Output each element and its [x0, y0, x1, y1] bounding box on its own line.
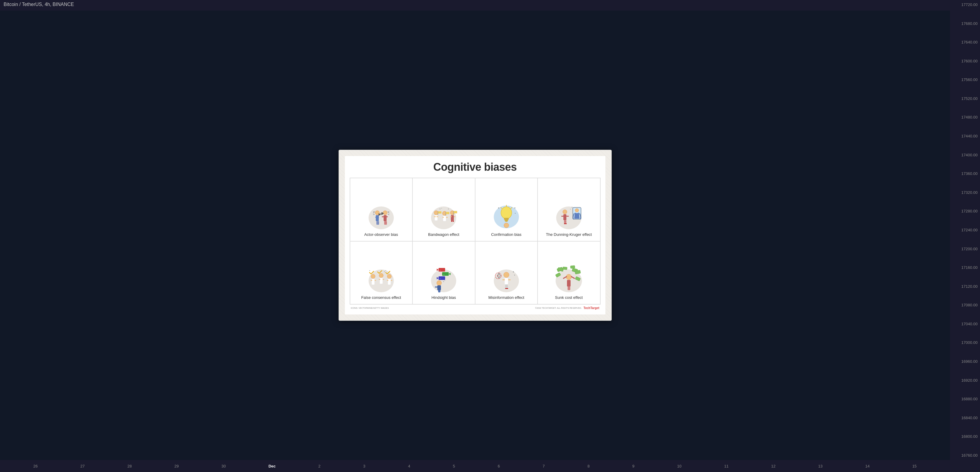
time-label: 11	[724, 464, 729, 469]
svg-rect-108	[503, 280, 505, 280]
infographic-container: Cognitive biases	[339, 150, 612, 321]
bias-card-confirmation: ✦ ✦ ✦ Confirmation bias	[475, 178, 538, 241]
time-label: 10	[677, 464, 681, 469]
svg-rect-69	[565, 223, 567, 224]
illustration-false-consensus: ✦ ✦ ✦	[365, 264, 398, 293]
svg-rect-125	[563, 267, 567, 270]
price-label: 17280.00	[952, 209, 978, 213]
svg-rect-128	[567, 280, 571, 286]
svg-rect-80	[379, 279, 380, 280]
svg-rect-49	[505, 221, 508, 222]
svg-text:×: ×	[497, 274, 499, 278]
price-label: 17160.00	[952, 265, 978, 270]
price-label: 16920.00	[952, 378, 978, 383]
footer-logo: TechTarget	[584, 307, 599, 310]
bias-label-dunning-kruger: The Dunning-Kruger effect	[546, 232, 592, 237]
illustration-actor-observer	[365, 201, 398, 230]
time-label: 3	[363, 464, 365, 469]
price-label: 17680.00	[952, 21, 978, 26]
price-label: 17560.00	[952, 78, 978, 82]
svg-rect-132	[569, 286, 570, 290]
chart-title: Bitcoin / TetherUS, 4h, BINANCE	[3, 2, 74, 7]
svg-point-56	[504, 223, 509, 228]
svg-rect-26	[438, 211, 442, 214]
svg-rect-23	[434, 215, 438, 221]
footer-credit-right: ©2022 TECHTARGET. ALL RIGHTS RESERVED.	[535, 307, 582, 309]
price-label: 16880.00	[952, 397, 978, 401]
price-label: 17480.00	[952, 115, 978, 119]
svg-rect-25	[436, 216, 438, 217]
svg-rect-75	[371, 280, 372, 281]
footer-credit-left: ICONS: VECTORMINE/GETTY IMAGES	[351, 307, 389, 309]
svg-rect-42	[453, 211, 457, 213]
time-label: 8	[587, 464, 590, 469]
svg-text:✦: ✦	[514, 207, 516, 210]
price-label: 16840.00	[952, 416, 978, 420]
illustration-confirmation: ✦ ✦ ✦	[490, 201, 523, 230]
svg-text:✦: ✦	[369, 270, 371, 272]
svg-rect-9	[382, 216, 384, 217]
svg-text:✦: ✦	[385, 269, 386, 271]
infographic-footer: ICONS: VECTORMINE/GETTY IMAGES ©2022 TEC…	[350, 307, 601, 310]
svg-rect-48	[504, 220, 508, 221]
svg-rect-113	[506, 288, 508, 289]
svg-rect-81	[383, 279, 384, 280]
time-label: 29	[174, 464, 178, 469]
time-label: 9	[632, 464, 635, 469]
price-axis: 17720.0017680.0017640.0017600.0017560.00…	[950, 0, 980, 460]
price-label: 17440.00	[952, 134, 978, 138]
price-label: 17000.00	[952, 340, 978, 345]
svg-rect-86	[387, 280, 388, 281]
svg-rect-47	[504, 218, 509, 220]
header: Bitcoin / TetherUS, 4h, BINANCE	[0, 0, 980, 9]
illustration-sunk-cost	[552, 264, 585, 293]
svg-rect-85	[388, 279, 391, 285]
price-label: 17640.00	[952, 40, 978, 44]
svg-rect-109	[508, 280, 511, 280]
svg-point-0	[369, 207, 394, 229]
chart-area: Cognitive biases	[0, 11, 950, 460]
bias-label-confirmation: Confirmation bias	[491, 232, 521, 237]
svg-rect-107	[504, 278, 508, 284]
svg-point-78	[379, 273, 383, 278]
bias-card-hindsight: ← → ←	[412, 241, 475, 305]
svg-text:✦: ✦	[514, 213, 516, 214]
svg-rect-66	[564, 220, 565, 223]
price-label: 16800.00	[952, 434, 978, 439]
price-label: 16960.00	[952, 359, 978, 364]
svg-rect-41	[453, 221, 454, 222]
svg-rect-31	[443, 216, 446, 221]
time-label: Dec	[268, 464, 275, 469]
svg-text:→: →	[443, 273, 445, 275]
svg-rect-111	[506, 284, 508, 288]
bias-label-sunk-cost: Sunk cost effect	[555, 295, 582, 300]
illustration-bandwagon: ✦ ✦	[427, 201, 460, 230]
svg-rect-6	[378, 221, 379, 225]
svg-rect-100	[435, 286, 438, 288]
illustration-dunning-kruger: ✦ ✦	[552, 201, 585, 230]
bias-label-hindsight: Hindsight bias	[431, 295, 456, 300]
price-label: 17120.00	[952, 284, 978, 289]
time-label: 30	[221, 464, 226, 469]
svg-rect-63	[563, 214, 566, 220]
svg-point-1	[375, 211, 379, 215]
time-label: 6	[498, 464, 500, 469]
svg-text:✦: ✦	[570, 208, 571, 210]
time-label: 27	[80, 464, 84, 469]
svg-rect-67	[565, 220, 566, 223]
svg-rect-10	[386, 216, 388, 217]
time-label: 12	[771, 464, 775, 469]
svg-rect-12	[385, 221, 387, 225]
bias-card-sunk-cost: Sunk cost effect	[538, 241, 600, 305]
price-label: 17080.00	[952, 303, 978, 307]
bias-label-actor-observer: Actor-observer bias	[364, 232, 398, 237]
price-label: 17600.00	[952, 59, 978, 63]
svg-rect-79	[380, 278, 383, 284]
svg-rect-2	[376, 215, 379, 221]
bias-label-false-consensus: False consensus effect	[361, 295, 401, 300]
bias-card-bandwagon: ✦ ✦	[412, 178, 475, 241]
time-label: 14	[865, 464, 870, 469]
svg-text:←: ←	[439, 278, 442, 280]
svg-text:✦: ✦	[498, 207, 500, 210]
time-label: 4	[408, 464, 410, 469]
